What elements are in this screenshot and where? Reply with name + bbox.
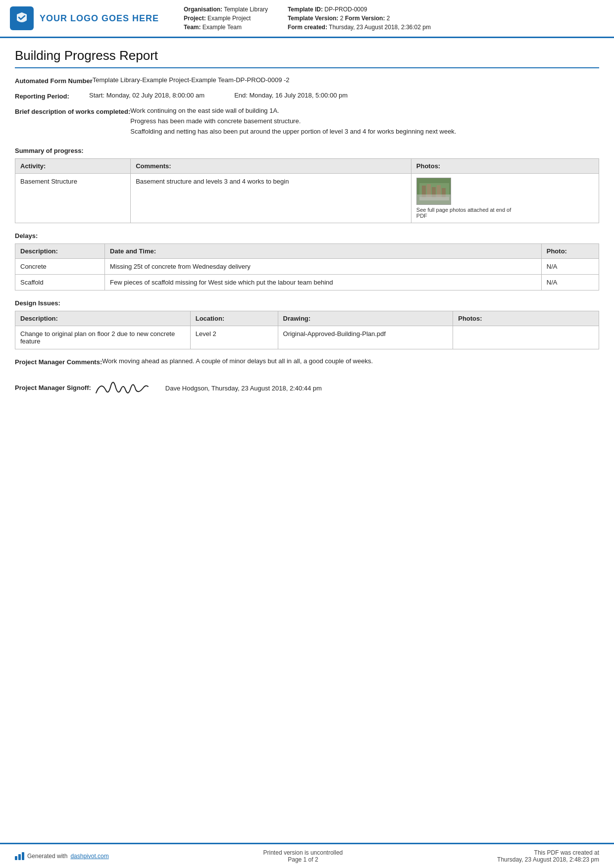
footer-center: Printed version is uncontrolled Page 1 o… (263, 849, 343, 863)
delay-datetime: Few pieces of scaffold missing for West … (105, 275, 542, 290)
brief-desc-value: Work continuing on the east side wall of… (130, 107, 599, 138)
form-created-line: Form created: Thursday, 23 August 2018, … (288, 24, 431, 31)
footer-logo-icon (15, 852, 24, 860)
photo-caption: See full page photos attached at end of … (416, 207, 515, 219)
automated-form-value: Template Library-Example Project-Example… (93, 76, 599, 84)
pm-comments-row: Project Manager Comments: Work moving ah… (15, 357, 599, 366)
header-meta: Organisation: Template Library Project: … (169, 6, 599, 31)
svg-rect-5 (437, 185, 441, 198)
version-line: Template Version: 2 Form Version: 2 (288, 15, 431, 22)
design-drawing: Original-Approved-Building-Plan.pdf (278, 326, 453, 349)
pm-signoff-info: Dave Hodgson, Thursday, 23 August 2018, … (165, 385, 322, 392)
delay-datetime: Missing 25t of concrete from Wednesday d… (105, 259, 542, 275)
footer: Generated with dashpivot.com Printed ver… (0, 843, 614, 868)
delay-description: Scaffold (15, 275, 105, 290)
footer-bar-3 (22, 852, 24, 860)
logo-text: YOUR LOGO GOES HERE (40, 13, 159, 24)
svg-rect-4 (432, 187, 436, 198)
main-content: Building Progress Report Automated Form … (0, 38, 614, 447)
brief-desc-line: Progress has been made with concrete bas… (130, 117, 599, 125)
footer-page-number: Page 1 of 2 (263, 856, 343, 863)
pm-comments-label: Project Manager Comments: (15, 357, 102, 366)
summary-heading: Summary of progress: (15, 147, 599, 154)
svg-rect-2 (422, 186, 426, 198)
footer-bar-2 (18, 854, 21, 860)
project-line: Project: Example Project (184, 15, 268, 22)
delays-table-row: Concrete Missing 25t of concrete from We… (15, 259, 599, 275)
reporting-period-end: End: Monday, 16 July 2018, 5:00:00 pm (234, 92, 348, 99)
photo-thumbnail (416, 178, 451, 205)
delays-col-datetime: Date and Time: (105, 244, 542, 259)
summary-activity: Basement Structure (15, 174, 131, 223)
reporting-period-inline: Start: Monday, 02 July 2018, 8:00:00 am … (89, 92, 599, 99)
reporting-period-start: Start: Monday, 02 July 2018, 8:00:00 am (89, 92, 205, 99)
footer-logo: Generated with dashpivot.com (15, 852, 109, 860)
summary-col-activity: Activity: (15, 159, 131, 174)
signature-image (91, 376, 151, 400)
design-col-location: Location: (190, 311, 278, 326)
automated-form-row: Automated Form Number Template Library-E… (15, 76, 599, 85)
footer-uncontrolled: Printed version is uncontrolled (263, 849, 343, 856)
svg-rect-6 (442, 188, 446, 198)
delays-table-row: Scaffold Few pieces of scaffold missing … (15, 275, 599, 290)
footer-bar-1 (15, 856, 17, 860)
brief-desc-line: Work continuing on the east side wall of… (130, 107, 599, 114)
delays-heading: Delays: (15, 232, 599, 240)
design-issues-header-row: Description: Location: Drawing: Photos: (15, 311, 599, 326)
summary-table-row: Basement Structure Basement structure an… (15, 174, 599, 223)
summary-col-comments: Comments: (131, 159, 411, 174)
photo-cell: See full page photos attached at end of … (416, 178, 594, 219)
footer-right: This PDF was created at Thursday, 23 Aug… (497, 849, 599, 863)
design-description: Change to original plan on floor 2 due t… (15, 326, 191, 349)
pm-signoff-row: Project Manager Signoff: Dave Hodgson, T… (15, 374, 599, 400)
delays-col-photo: Photo: (541, 244, 599, 259)
summary-photos: See full page photos attached at end of … (411, 174, 599, 223)
header-meta-left: Organisation: Template Library Project: … (184, 6, 268, 31)
footer-created-date: Thursday, 23 August 2018, 2:48:23 pm (497, 856, 599, 863)
design-issues-table-row: Change to original plan on floor 2 due t… (15, 326, 599, 349)
logo-area: YOUR LOGO GOES HERE (10, 6, 159, 31)
design-issues-heading: Design Issues: (15, 299, 599, 307)
pm-signoff-label: Project Manager Signoff: (15, 383, 91, 391)
template-id-line: Template ID: DP-PROD-0009 (288, 6, 431, 13)
delay-photo: N/A (541, 259, 599, 275)
brief-desc-line: Scaffolding and netting has also been pu… (130, 128, 599, 135)
org-line: Organisation: Template Library (184, 6, 268, 13)
design-issues-table: Description: Location: Drawing: Photos: … (15, 311, 599, 349)
design-col-description: Description: (15, 311, 191, 326)
pm-signoff-area: Dave Hodgson, Thursday, 23 August 2018, … (91, 374, 599, 400)
reporting-period-value: Start: Monday, 02 July 2018, 8:00:00 am … (89, 92, 599, 99)
svg-rect-3 (427, 184, 431, 198)
design-col-photos: Photos: (453, 311, 599, 326)
summary-table: Activity: Comments: Photos: Basement Str… (15, 158, 599, 223)
signature-row: Dave Hodgson, Thursday, 23 August 2018, … (91, 376, 599, 400)
design-location: Level 2 (190, 326, 278, 349)
summary-comments: Basement structure and levels 3 and 4 wo… (131, 174, 411, 223)
logo-icon (10, 6, 34, 30)
header-meta-right: Template ID: DP-PROD-0009 Template Versi… (288, 6, 431, 31)
header: YOUR LOGO GOES HERE Organisation: Templa… (0, 0, 614, 38)
team-line: Team: Example Team (184, 24, 268, 31)
svg-rect-7 (419, 197, 449, 200)
summary-table-header-row: Activity: Comments: Photos: (15, 159, 599, 174)
delays-col-description: Description: (15, 244, 105, 259)
footer-generated-text: Generated with (27, 853, 67, 860)
delays-table: Description: Date and Time: Photo: Concr… (15, 243, 599, 290)
delay-description: Concrete (15, 259, 105, 275)
brief-desc-row: Brief description of works completed: Wo… (15, 107, 599, 138)
delays-table-header-row: Description: Date and Time: Photo: (15, 244, 599, 259)
design-photos (453, 326, 599, 349)
page-title: Building Progress Report (15, 48, 599, 68)
delay-photo: N/A (541, 275, 599, 290)
brief-desc-label: Brief description of works completed: (15, 107, 130, 115)
reporting-period-row: Reporting Period: Start: Monday, 02 July… (15, 92, 599, 100)
design-col-drawing: Drawing: (278, 311, 453, 326)
reporting-period-label: Reporting Period: (15, 92, 89, 100)
footer-created-label: This PDF was created at (497, 849, 599, 856)
automated-form-label: Automated Form Number (15, 76, 93, 85)
summary-col-photos: Photos: (411, 159, 599, 174)
pm-comments-value: Work moving ahead as planned. A couple o… (102, 357, 599, 365)
footer-link[interactable]: dashpivot.com (70, 853, 108, 860)
